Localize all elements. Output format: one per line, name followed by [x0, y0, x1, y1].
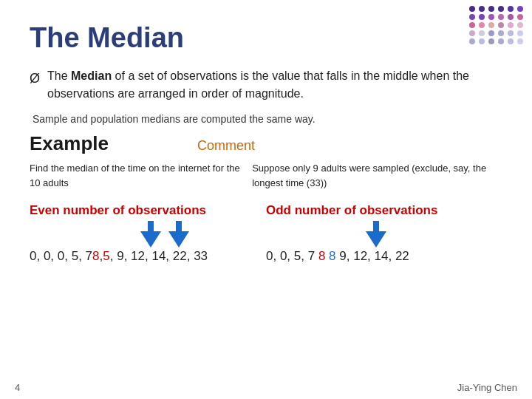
page-title: The Median [30, 22, 502, 54]
example-label: Example [30, 132, 109, 155]
definition-bullet: Ø The Median of a set of observations is… [30, 67, 502, 103]
arrow-2 [167, 221, 191, 248]
odd-num-regular: 0, 0, 5, 7 [266, 249, 315, 263]
sample-note: Sample and population medians are comput… [30, 113, 502, 125]
odd-num-rest: 9, 12, 14, 22 [336, 249, 409, 263]
arrow-down [366, 231, 386, 248]
even-label-container: Even number of observations [30, 203, 266, 218]
bullet-symbol: Ø [30, 69, 40, 89]
find-text-right: Suppose only 9 adults were sampled (excl… [252, 161, 502, 190]
even-num-red-1: 8 [92, 249, 99, 263]
arrow-down [168, 231, 189, 248]
arrow-stem [373, 221, 379, 231]
footer-text: Jia-Ying Chen [457, 382, 517, 393]
even-numbers: 0, 0, 0, 5, 78,5, 9, 12, 14, 22, 33 [30, 249, 266, 264]
numbers-row: 0, 0, 0, 5, 78,5, 9, 12, 14, 22, 33 0, 0… [30, 249, 502, 264]
odd-numbers: 0, 0, 5, 7 8 8 9, 12, 14, 22 [266, 249, 502, 264]
even-observations-label: Even number of observations [30, 203, 206, 217]
even-num-red-2: 5 [103, 249, 109, 263]
find-text-left: Find the median of the time on the inter… [30, 161, 252, 190]
odd-num-blue: 8 [325, 249, 335, 263]
labels-row: Even number of observations Odd number o… [30, 203, 502, 218]
arrow-stem [148, 221, 154, 231]
find-row: Find the median of the time on the inter… [30, 161, 502, 190]
arrow-down [140, 231, 161, 248]
arrow-1 [139, 221, 163, 248]
odd-observations-label: Odd number of observations [266, 203, 437, 217]
arrow-stem [176, 221, 182, 231]
comment-label: Comment [197, 138, 255, 154]
definition-text: The Median of a set of observations is t… [47, 67, 502, 103]
slide: The Median Ø The Median of a set of obse… [0, 0, 532, 399]
even-num-rest: , 9, 12, 14, 22, 33 [110, 249, 208, 263]
even-arrows [30, 221, 277, 248]
even-num-regular: 0, 0, 0, 5, 7 [30, 249, 92, 263]
example-comment-row: Example Comment [30, 132, 502, 155]
odd-num-red: 8 [315, 249, 325, 263]
median-bold: Median [71, 69, 112, 82]
page-number: 4 [15, 382, 20, 393]
arrow-3 [364, 221, 388, 248]
odd-arrows [277, 221, 502, 248]
arrows-row [30, 221, 502, 248]
odd-label-container: Odd number of observations [266, 203, 502, 218]
